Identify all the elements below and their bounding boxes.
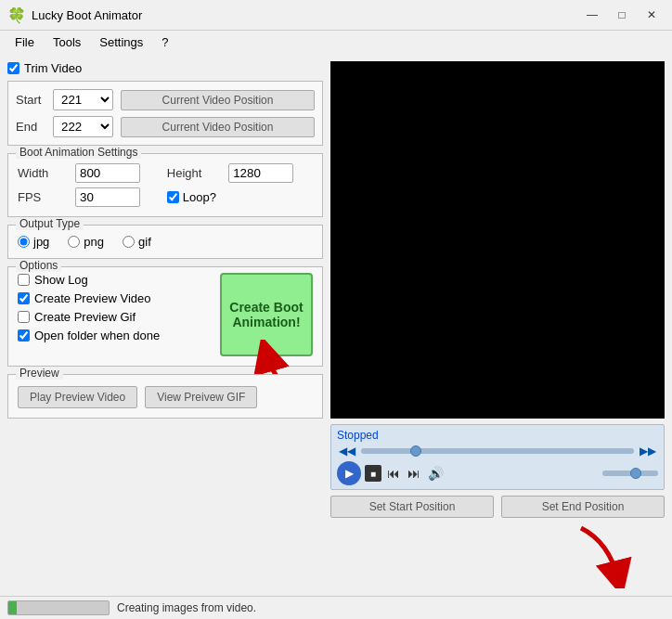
radio-gif-input[interactable]: [123, 236, 135, 248]
video-preview: [330, 61, 665, 419]
trim-end-row: End 222 Current Video Position: [16, 116, 315, 137]
seek-track[interactable]: [361, 448, 634, 454]
seek-thumb: [410, 445, 421, 457]
height-label: Height: [167, 166, 221, 180]
set-end-position-button[interactable]: Set End Position: [501, 496, 665, 518]
create-preview-gif-text: Create Preview Gif: [34, 310, 136, 324]
left-panel: Trim Video Start 221 Current Video Posit…: [7, 61, 323, 588]
loop-checkbox-label[interactable]: Loop?: [167, 190, 313, 204]
loop-label: Loop?: [183, 190, 216, 204]
boot-animation-settings: Boot Animation Settings Width Height FPS…: [7, 153, 323, 217]
loop-checkbox[interactable]: [167, 191, 179, 203]
main-content: Trim Video Start 221 Current Video Posit…: [0, 54, 672, 596]
window-controls: — □ ✕: [579, 6, 665, 24]
open-folder-text: Open folder when done: [34, 329, 160, 342]
settings-grid: Width Height FPS Loop?: [18, 163, 313, 207]
trim-video-checkbox-label[interactable]: Trim Video: [7, 61, 82, 75]
output-type-legend: Output Type: [16, 217, 84, 230]
media-controls: Stopped ◀◀ ▶▶ ▶ ■ ⏮ ⏭ 🔊: [330, 424, 665, 490]
output-type-section: Output Type jpg png gif: [7, 225, 323, 259]
bottom-arrow: [330, 523, 665, 588]
trim-video-checkbox[interactable]: [7, 62, 19, 74]
radio-gif-label: gif: [138, 235, 151, 249]
radio-jpg-input[interactable]: [18, 236, 30, 248]
volume-track[interactable]: [602, 471, 658, 476]
play-preview-video-button[interactable]: Play Preview Video: [18, 386, 137, 408]
set-start-position-button[interactable]: Set Start Position: [330, 496, 494, 518]
app-title: Lucky Boot Animator: [32, 8, 574, 22]
create-preview-video-checkbox[interactable]: [18, 292, 30, 304]
create-btn-wrapper: Create BootAnimation!: [220, 273, 313, 356]
start-label: Start: [16, 93, 45, 107]
play-button[interactable]: ▶: [337, 461, 361, 485]
create-preview-gif-checkbox[interactable]: [18, 311, 30, 323]
radio-png[interactable]: png: [68, 235, 104, 249]
menu-help[interactable]: ?: [154, 32, 175, 52]
start-select[interactable]: 221: [53, 89, 113, 110]
menu-file[interactable]: File: [7, 32, 42, 52]
menubar: File Tools Settings ?: [0, 31, 672, 54]
seek-fwd-icon[interactable]: ▶▶: [638, 445, 658, 458]
radio-gif[interactable]: gif: [123, 235, 151, 249]
menu-tools[interactable]: Tools: [45, 32, 88, 52]
radio-jpg-label: jpg: [33, 235, 49, 249]
next-frame-button[interactable]: ⏭: [406, 464, 422, 483]
radio-png-label: png: [84, 235, 104, 249]
width-input[interactable]: [75, 163, 140, 183]
show-log-checkbox[interactable]: [18, 274, 30, 286]
create-preview-gif-label[interactable]: Create Preview Gif: [18, 310, 213, 324]
trim-fields: Start 221 Current Video Position End 222…: [7, 81, 323, 146]
trim-video-section: Trim Video Start 221 Current Video Posit…: [7, 61, 323, 146]
media-status: Stopped: [337, 429, 658, 442]
maximize-button[interactable]: □: [609, 6, 635, 24]
volume-button[interactable]: 🔊: [426, 464, 446, 483]
options-legend: Options: [16, 259, 61, 272]
status-text: Creating images from video.: [117, 601, 256, 614]
height-input[interactable]: [228, 163, 293, 183]
radio-jpg[interactable]: jpg: [18, 235, 49, 249]
open-folder-label[interactable]: Open folder when done: [18, 329, 213, 342]
titlebar: 🍀 Lucky Boot Animator — □ ✕: [0, 0, 672, 31]
status-bar: Creating images from video.: [0, 596, 672, 619]
position-buttons: Set Start Position Set End Position: [330, 496, 665, 518]
volume-thumb: [630, 468, 641, 479]
create-boot-animation-button[interactable]: Create BootAnimation!: [220, 273, 313, 356]
trim-video-label: Trim Video: [24, 61, 82, 75]
start-current-position-button[interactable]: Current Video Position: [121, 90, 315, 110]
prev-frame-button[interactable]: ⏮: [385, 464, 402, 483]
create-preview-video-label[interactable]: Create Preview Video: [18, 291, 213, 305]
media-buttons-row: ▶ ■ ⏮ ⏭ 🔊: [337, 461, 658, 485]
trim-start-row: Start 221 Current Video Position: [16, 89, 315, 110]
app-icon: 🍀: [7, 6, 26, 24]
close-button[interactable]: ✕: [639, 6, 665, 24]
end-current-position-button[interactable]: Current Video Position: [121, 117, 315, 137]
right-panel: Stopped ◀◀ ▶▶ ▶ ■ ⏮ ⏭ 🔊: [330, 61, 665, 588]
fps-label: FPS: [18, 190, 68, 204]
width-label: Width: [18, 166, 68, 180]
options-section: Options Show Log Create Preview Video Cr…: [7, 266, 323, 367]
minimize-button[interactable]: —: [579, 6, 605, 24]
boot-settings-legend: Boot Animation Settings: [16, 146, 141, 159]
show-log-text: Show Log: [34, 273, 88, 287]
fps-input[interactable]: [75, 187, 140, 207]
progress-bar: [7, 600, 110, 615]
view-preview-gif-button[interactable]: View Preivew GIF: [145, 386, 257, 408]
stop-button[interactable]: ■: [365, 465, 381, 482]
seek-back-icon[interactable]: ◀◀: [337, 445, 357, 458]
progress-bar-fill: [8, 601, 17, 614]
end-select[interactable]: 222: [53, 116, 113, 137]
radio-png-input[interactable]: [68, 236, 80, 248]
seek-bar-row: ◀◀ ▶▶: [337, 445, 658, 458]
preview-legend: Preview: [16, 367, 63, 380]
show-log-label[interactable]: Show Log: [18, 273, 213, 287]
output-type-radios: jpg png gif: [18, 235, 313, 249]
preview-section: Preview Play Preview Video View Preivew …: [7, 374, 323, 419]
trim-header: Trim Video: [7, 61, 323, 75]
menu-settings[interactable]: Settings: [92, 32, 150, 52]
open-folder-checkbox[interactable]: [18, 329, 30, 342]
options-left: Show Log Create Preview Video Create Pre…: [18, 273, 213, 356]
create-preview-video-text: Create Preview Video: [34, 291, 151, 305]
end-label: End: [16, 120, 45, 134]
preview-buttons: Play Preview Video View Preivew GIF: [18, 386, 313, 408]
